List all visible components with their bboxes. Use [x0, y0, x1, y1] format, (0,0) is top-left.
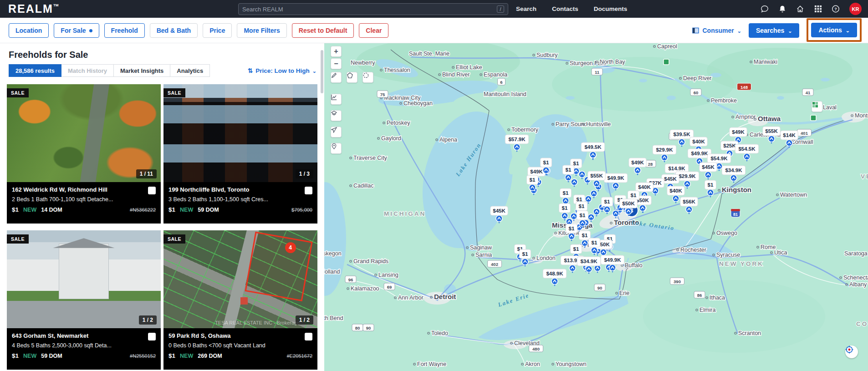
price-label[interactable]: $34.9K: [722, 166, 745, 175]
price-label[interactable]: $40K: [667, 186, 684, 195]
price-label[interactable]: $56K: [680, 197, 698, 206]
price-label[interactable]: $57.9K: [505, 135, 529, 144]
price-label[interactable]: $34.9K: [577, 257, 601, 266]
svg-text:Albany: Albany: [849, 281, 867, 288]
price-label[interactable]: $1: [577, 211, 588, 220]
price-label[interactable]: $1: [519, 249, 531, 259]
help-icon[interactable]: ?: [832, 5, 840, 13]
property-card[interactable]: SALE 1 / 2 4TESA REAL ESTATE INC - Broke…: [163, 230, 317, 370]
zoom-in-button[interactable]: +: [331, 46, 342, 57]
zoom-out-button[interactable]: −: [331, 58, 342, 69]
price-label[interactable]: $1: [559, 203, 570, 213]
price-label[interactable]: $49.9K: [601, 255, 624, 264]
price-label[interactable]: $49K: [629, 158, 646, 167]
svg-text:$50K: $50K: [622, 201, 635, 206]
price-label[interactable]: $55K: [588, 171, 605, 180]
map-style-toggle[interactable]: [812, 101, 822, 112]
price-label[interactable]: $40K: [690, 137, 707, 146]
price-label[interactable]: $40K: [636, 183, 653, 192]
price-label[interactable]: $1: [628, 191, 639, 200]
realm-logo[interactable]: REALMTM: [8, 2, 58, 15]
price-label[interactable]: $49K: [528, 167, 545, 176]
price-label[interactable]: $29.9K: [653, 145, 676, 154]
price-label[interactable]: $1: [705, 180, 716, 189]
navigate-icon[interactable]: [331, 127, 342, 137]
consumer-mode-dropdown[interactable]: Consumer⌄: [692, 27, 741, 34]
property-caption: 199 Northcliffe Blvd, Toronto 3 Beds 2 B…: [163, 182, 317, 224]
map-canvas[interactable]: Sault Ste. MarieCapreolSudburySturgeon F…: [324, 43, 868, 371]
property-photo[interactable]: SALE 1 / 2 4TESA REAL ESTATE INC - Broke…: [163, 230, 317, 328]
property-photo[interactable]: SALE 1 / 2: [7, 230, 161, 328]
price-label[interactable]: $49.9K: [604, 173, 628, 183]
property-card[interactable]: SALE 1 / 11 162 Weldrick Rd W, Richmond …: [7, 84, 161, 224]
svg-text:$49.9K: $49.9K: [604, 257, 621, 263]
price-label[interactable]: $1: [588, 238, 600, 247]
actions-button[interactable]: Actions⌄: [811, 23, 857, 37]
property-card[interactable]: SALE 1 / 3 199 Northcliffe Blvd, Toronto…: [163, 84, 317, 224]
price-label[interactable]: $54.9K: [707, 154, 731, 163]
select-checkbox[interactable]: [305, 333, 312, 341]
price-label[interactable]: $54.5K: [735, 144, 759, 153]
tab-match-history[interactable]: Match History: [61, 64, 114, 77]
select-checkbox[interactable]: [148, 333, 156, 341]
layers-icon[interactable]: [331, 110, 342, 121]
property-specs: 2 Beds 1 Bath 700-1,100 sqft Detache...: [12, 196, 156, 203]
filter-bed-bath[interactable]: Bed & Bath: [150, 23, 198, 38]
bell-icon[interactable]: [778, 5, 786, 13]
sort-dropdown[interactable]: ⇅ Price: Low to High⌄: [248, 67, 317, 74]
price-label[interactable]: $39.5K: [670, 130, 694, 139]
price-label[interactable]: $1: [540, 158, 551, 167]
tab-market-insights[interactable]: Market Insights: [114, 64, 170, 77]
price-label[interactable]: $1: [570, 244, 582, 254]
price-label[interactable]: $1: [562, 165, 574, 174]
pencil-icon[interactable]: [331, 72, 342, 83]
chart-icon[interactable]: [331, 94, 342, 105]
filter-clear[interactable]: Clear: [359, 23, 388, 38]
chat-icon[interactable]: [761, 5, 769, 13]
searches-button[interactable]: Searches⌄: [749, 23, 800, 38]
price-label[interactable]: $1: [526, 175, 538, 184]
filter-freehold[interactable]: Freehold: [104, 23, 145, 38]
panel-scrollbar[interactable]: [321, 50, 323, 93]
property-card[interactable]: SALE 1 / 2 643 Gorham St, Newmarket 4 Be…: [7, 230, 161, 370]
select-checkbox[interactable]: [305, 187, 312, 194]
price-label[interactable]: $1: [576, 202, 587, 211]
svg-text:$49.5K: $49.5K: [584, 144, 602, 150]
search-input[interactable]: [242, 6, 497, 13]
price-label[interactable]: $49K: [730, 127, 747, 137]
price-label[interactable]: $14K: [781, 131, 798, 140]
filter-more-filters[interactable]: More Filters: [237, 23, 286, 38]
tab-analytics[interactable]: Analytics: [170, 64, 210, 77]
price-label[interactable]: $1: [560, 188, 571, 198]
filter-reset-to-default[interactable]: Reset to Default: [292, 23, 354, 38]
price-label[interactable]: $1: [601, 197, 613, 206]
price-label[interactable]: $48.9K: [543, 269, 567, 278]
grid-icon[interactable]: [814, 5, 822, 13]
pin-icon[interactable]: [331, 143, 342, 154]
tab-28-586-results[interactable]: 28,586 results: [9, 64, 61, 77]
price-label[interactable]: $50K: [620, 199, 637, 208]
property-photo[interactable]: SALE 1 / 11: [7, 84, 161, 182]
svg-text:$1: $1: [543, 160, 549, 165]
global-search[interactable]: /: [238, 3, 508, 15]
nav-link-search[interactable]: Search: [516, 5, 536, 12]
property-specs: 0 Beds 0 Baths <700 sqft Vacant Land: [168, 342, 312, 349]
price-label[interactable]: $45K: [700, 163, 717, 172]
polygon-icon[interactable]: [347, 72, 357, 83]
home-icon[interactable]: [796, 5, 804, 13]
nav-link-contacts[interactable]: Contacts: [552, 5, 578, 12]
price-label[interactable]: $1: [566, 224, 577, 233]
filter-location[interactable]: Location: [9, 23, 49, 38]
filter-price[interactable]: Price: [203, 23, 232, 38]
select-checkbox[interactable]: [148, 187, 156, 194]
filter-for-sale[interactable]: For Sale: [54, 23, 99, 38]
user-avatar[interactable]: KR: [849, 3, 862, 15]
price-label[interactable]: $1: [579, 231, 590, 240]
price-label[interactable]: $55K: [763, 127, 780, 136]
price-label[interactable]: $49.5K: [581, 142, 605, 152]
circle-draw-icon[interactable]: [363, 72, 373, 83]
property-photo[interactable]: SALE 1 / 3: [163, 84, 317, 182]
nav-link-documents[interactable]: Documents: [594, 5, 628, 12]
locate-button[interactable]: [845, 346, 858, 358]
price-label[interactable]: $45K: [490, 206, 508, 215]
